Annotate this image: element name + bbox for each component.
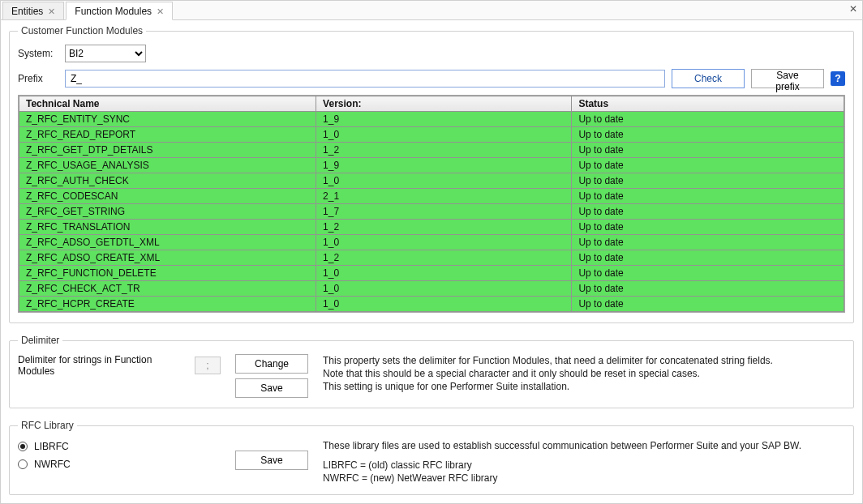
tab-bar: Entities ✕ Function Modules ✕ (1, 1, 862, 20)
table-row[interactable]: Z_RFC_ENTITY_SYNC1_9Up to date (19, 112, 844, 127)
cell-version: 1_0 (316, 235, 572, 250)
close-icon[interactable]: ✕ (157, 6, 164, 17)
cell-version: 1_0 (316, 266, 572, 281)
rfc-option-nwrfc[interactable]: NWRFC (18, 459, 221, 470)
cell-status: Up to date (572, 266, 844, 281)
rfc-options: LIBRFC NWRFC (18, 439, 221, 470)
check-button[interactable]: Check (672, 69, 745, 88)
delimiter-left: Delimiter for strings in Function Module… (18, 354, 221, 377)
cell-name: Z_RFC_GET_STRING (19, 204, 316, 220)
cell-status: Up to date (572, 112, 844, 127)
delimiter-buttons: Change Save (235, 354, 308, 398)
tab-label: Entities (11, 6, 43, 17)
rfc-description: These library files are used to establis… (323, 439, 845, 485)
delimiter-text-line: Note that this should be a special chara… (323, 367, 845, 380)
cell-version: 1_0 (316, 297, 572, 312)
cell-version: 2_1 (316, 189, 572, 204)
tab-function-modules[interactable]: Function Modules ✕ (66, 2, 173, 20)
cell-status: Up to date (572, 143, 844, 158)
table-row[interactable]: Z_RFC_ADSO_CREATE_XML1_2Up to date (19, 250, 844, 266)
delimiter-group: Delimiter Delimiter for strings in Funct… (9, 335, 854, 408)
col-technical-name[interactable]: Technical Name (19, 96, 316, 112)
delimiter-input (195, 357, 221, 374)
cell-version: 1_9 (316, 158, 572, 173)
tab-entities[interactable]: Entities ✕ (2, 2, 64, 20)
cell-version: 1_0 (316, 127, 572, 143)
cell-version: 1_2 (316, 220, 572, 235)
cell-status: Up to date (572, 189, 844, 204)
app-window: Entities ✕ Function Modules ✕ ✕ Customer… (0, 0, 863, 504)
window-close-icon[interactable]: ✕ (849, 3, 857, 15)
table-row[interactable]: Z_RFC_CHECK_ACT_TR1_0Up to date (19, 281, 844, 297)
cell-status: Up to date (572, 173, 844, 189)
cell-name: Z_RFC_CODESCAN (19, 189, 316, 204)
table-header-row: Technical Name Version: Status (19, 96, 844, 112)
delimiter-body: Delimiter for strings in Function Module… (18, 354, 845, 398)
cell-name: Z_RFC_TRANSLATION (19, 220, 316, 235)
table-row[interactable]: Z_RFC_ADSO_GETDTL_XML1_0Up to date (19, 235, 844, 250)
radio-label: NWRFC (34, 459, 71, 470)
modules-table: Technical Name Version: Status Z_RFC_ENT… (19, 96, 844, 312)
cell-name: Z_RFC_CHECK_ACT_TR (19, 281, 316, 297)
cell-version: 1_7 (316, 204, 572, 220)
cell-status: Up to date (572, 127, 844, 143)
rfc-text-intro: These library files are used to establis… (323, 439, 845, 452)
rfc-save-col: Save (235, 439, 308, 470)
table-body: Z_RFC_ENTITY_SYNC1_9Up to dateZ_RFC_READ… (19, 112, 844, 312)
table-row[interactable]: Z_RFC_FUNCTION_DELETE1_0Up to date (19, 266, 844, 281)
tab-label: Function Modules (75, 6, 152, 17)
system-select[interactable]: BI2 (65, 45, 146, 62)
modules-table-wrap: Technical Name Version: Status Z_RFC_ENT… (18, 95, 845, 313)
delimiter-description: This property sets the delimiter for Fun… (323, 354, 845, 393)
table-row[interactable]: Z_RFC_CODESCAN2_1Up to date (19, 189, 844, 204)
group-legend: Customer Function Modules (18, 25, 146, 36)
rfc-text-line: NWRFC = (new) NetWeaver RFC library (323, 472, 845, 485)
delimiter-save-button[interactable]: Save (235, 378, 308, 398)
col-status[interactable]: Status (572, 96, 844, 112)
rfc-save-button[interactable]: Save (235, 451, 308, 470)
table-row[interactable]: Z_RFC_TRANSLATION1_2Up to date (19, 220, 844, 235)
close-icon[interactable]: ✕ (48, 6, 55, 17)
prefix-input[interactable] (65, 70, 665, 88)
cell-name: Z_RFC_FUNCTION_DELETE (19, 266, 316, 281)
table-row[interactable]: Z_RFC_GET_STRING1_7Up to date (19, 204, 844, 220)
group-legend: RFC Library (18, 420, 77, 431)
cell-name: Z_RFC_ADSO_GETDTL_XML (19, 235, 316, 250)
rfc-body: LIBRFC NWRFC Save These library files ar… (18, 439, 845, 485)
delimiter-text-line: This setting is unique for one Performer… (323, 380, 845, 393)
cell-name: Z_RFC_READ_REPORT (19, 127, 316, 143)
cell-name: Z_RFC_ENTITY_SYNC (19, 112, 316, 127)
table-row[interactable]: Z_RFC_GET_DTP_DETAILS1_2Up to date (19, 143, 844, 158)
cell-status: Up to date (572, 297, 844, 312)
cell-status: Up to date (572, 250, 844, 266)
delimiter-change-button[interactable]: Change (235, 354, 308, 374)
cell-status: Up to date (572, 220, 844, 235)
content-area: Customer Function Modules System: BI2 Pr… (9, 25, 854, 495)
delimiter-text-line: This property sets the delimiter for Fun… (323, 354, 845, 367)
rfc-library-group: RFC Library LIBRFC NWRFC Save Thes (9, 420, 854, 495)
cell-status: Up to date (572, 281, 844, 297)
cell-name: Z_RFC_ADSO_CREATE_XML (19, 250, 316, 266)
save-prefix-button[interactable]: Save prefix (751, 69, 824, 88)
radio-label: LIBRFC (34, 441, 69, 452)
cell-version: 1_9 (316, 112, 572, 127)
delimiter-label: Delimiter for strings in Function Module… (18, 354, 187, 377)
radio-icon (18, 442, 28, 451)
cell-name: Z_RFC_HCPR_CREATE (19, 297, 316, 312)
help-icon[interactable]: ? (831, 71, 845, 86)
cell-version: 1_2 (316, 143, 572, 158)
col-version[interactable]: Version: (316, 96, 572, 112)
cell-status: Up to date (572, 158, 844, 173)
table-row[interactable]: Z_RFC_USAGE_ANALYSIS1_9Up to date (19, 158, 844, 173)
system-label: System: (18, 48, 58, 59)
group-legend: Delimiter (18, 335, 62, 346)
table-row[interactable]: Z_RFC_READ_REPORT1_0Up to date (19, 127, 844, 143)
table-row[interactable]: Z_RFC_AUTH_CHECK1_0Up to date (19, 173, 844, 189)
rfc-option-librfc[interactable]: LIBRFC (18, 441, 221, 452)
cell-name: Z_RFC_GET_DTP_DETAILS (19, 143, 316, 158)
cell-name: Z_RFC_AUTH_CHECK (19, 173, 316, 189)
table-row[interactable]: Z_RFC_HCPR_CREATE1_0Up to date (19, 297, 844, 312)
customer-function-modules-group: Customer Function Modules System: BI2 Pr… (9, 25, 854, 323)
cell-status: Up to date (572, 235, 844, 250)
cell-version: 1_2 (316, 250, 572, 266)
